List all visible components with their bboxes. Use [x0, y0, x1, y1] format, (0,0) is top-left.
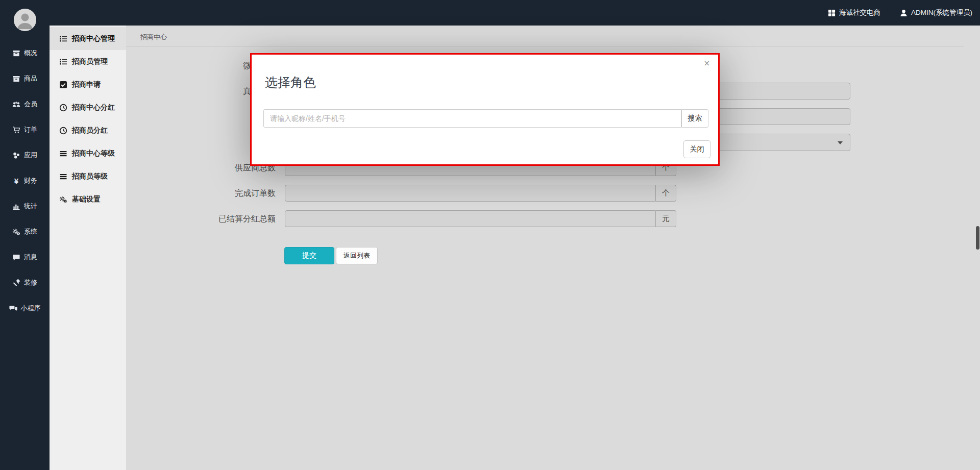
sidebar-menu-item[interactable]: 招商员等级	[50, 165, 126, 188]
close-icon[interactable]: ×	[703, 60, 710, 67]
clock-icon	[59, 104, 67, 112]
sidebar-menu-label: 基础设置	[72, 195, 101, 204]
submit-button[interactable]: 提交	[284, 247, 334, 264]
dialog-close-button[interactable]: 关闭	[683, 140, 710, 158]
search-button[interactable]: 搜索	[681, 109, 708, 128]
primary-menu-item[interactable]: 应用	[0, 142, 50, 168]
clock-icon	[59, 127, 67, 135]
apps-icon	[12, 152, 20, 159]
users-icon	[12, 101, 20, 108]
primary-menu-item[interactable]: 会员	[0, 91, 50, 117]
gavel-icon	[12, 279, 20, 287]
box-icon	[12, 75, 20, 83]
vertical-scrollbar-thumb[interactable]	[976, 226, 979, 250]
finished-orders-unit: 个	[656, 185, 676, 202]
sidebar-menu-item[interactable]: 招商中心管理	[50, 27, 126, 50]
comment-icon	[12, 254, 20, 261]
primary-menu-label: 装修	[24, 278, 37, 287]
account-menu[interactable]: ADMIN(系统管理员)	[900, 8, 972, 17]
sidebar-menu-label: 招商员等级	[72, 172, 108, 181]
primary-menu-label: 概况	[24, 48, 37, 58]
primary-menu-label: 财务	[24, 176, 37, 185]
account-name: ADMIN(系统管理员)	[911, 8, 972, 17]
cart-icon	[12, 126, 20, 134]
dialog-title: 选择角色	[265, 74, 316, 91]
sidebar-menu-item[interactable]: 招商员分红	[50, 119, 126, 142]
sidebar-menu-item[interactable]: 招商中心分红	[50, 96, 126, 119]
list-icon	[59, 58, 67, 66]
sidebar-menu-label: 招商申请	[72, 80, 101, 89]
field-label-finished-orders: 完成订单数	[125, 188, 276, 199]
shop-name: 海诚社交电商	[839, 8, 880, 17]
primary-menu-label: 消息	[24, 253, 37, 262]
primary-menu-item[interactable]: 商品	[0, 66, 50, 91]
reorder-icon	[59, 172, 67, 181]
avatar[interactable]	[14, 9, 36, 31]
primary-sidebar: 概况 商品 会员 订单 应用 ¥ 财务 统计 系统	[0, 0, 50, 470]
reorder-icon	[59, 150, 67, 158]
th-large-icon	[828, 9, 836, 17]
sidebar-menu-label: 招商中心管理	[72, 34, 115, 43]
shop-switcher[interactable]: 海诚社交电商	[828, 8, 880, 17]
primary-menu-item[interactable]: 小程序	[0, 295, 50, 321]
sidebar-menu-label: 招商中心等级	[72, 149, 115, 158]
finished-orders-field[interactable]	[285, 185, 656, 202]
yen-icon: ¥	[12, 177, 20, 185]
primary-menu-label: 订单	[24, 125, 37, 134]
primary-menu-item[interactable]: 订单	[0, 117, 50, 142]
cogs-icon	[12, 228, 20, 236]
primary-menu-label: 统计	[24, 202, 37, 211]
field-label-settled-dividend: 已结算分红总额	[125, 214, 276, 225]
select-role-dialog: 选择角色 × 搜索 关闭	[250, 53, 720, 166]
sidebar-menu-item[interactable]: 招商中心等级	[50, 142, 126, 165]
back-to-list-button[interactable]: 返回列表	[336, 247, 378, 264]
top-navbar: 海诚社交电商 ADMIN(系统管理员)	[0, 0, 980, 26]
sidebar-menu-item[interactable]: 基础设置	[50, 188, 126, 211]
primary-menu-item[interactable]: ¥ 财务	[0, 168, 50, 193]
primary-menu-item[interactable]: 概况	[0, 40, 50, 66]
user-icon	[900, 9, 908, 17]
chart-icon	[12, 203, 20, 210]
list-icon	[59, 35, 67, 43]
sidebar-menu-item[interactable]: 招商申请	[50, 73, 126, 96]
settled-dividend-unit: 元	[656, 210, 676, 227]
chevron-down-icon	[838, 141, 843, 144]
primary-menu-item[interactable]: 装修	[0, 270, 50, 295]
sidebar-menu-label: 招商员分红	[72, 126, 108, 135]
primary-menu-label: 小程序	[21, 304, 41, 313]
role-search-input[interactable]	[263, 109, 681, 128]
primary-menu-item[interactable]: 统计	[0, 193, 50, 219]
secondary-sidebar: 招商中心管理 招商员管理 招商申请 招商中心分红 招商员分红 招商中心等级 招商…	[50, 26, 126, 470]
primary-menu-label: 系统	[24, 227, 37, 236]
primary-menu-item[interactable]: 系统	[0, 219, 50, 244]
sidebar-menu-item[interactable]: 招商员管理	[50, 50, 126, 73]
settled-dividend-field[interactable]	[285, 210, 656, 227]
check-square-icon	[59, 81, 67, 89]
sidebar-menu-label: 招商员管理	[72, 57, 108, 66]
cogs-icon	[59, 195, 67, 204]
primary-menu-label: 应用	[24, 151, 37, 160]
archive-icon	[12, 50, 20, 57]
sidebar-menu-label: 招商中心分红	[72, 103, 115, 112]
primary-menu-item[interactable]: 消息	[0, 244, 50, 270]
miniapp-icon	[9, 305, 17, 312]
primary-menu-label: 商品	[24, 74, 37, 83]
primary-menu: 概况 商品 会员 订单 应用 ¥ 财务 统计 系统	[0, 40, 50, 321]
primary-menu-label: 会员	[24, 100, 37, 109]
